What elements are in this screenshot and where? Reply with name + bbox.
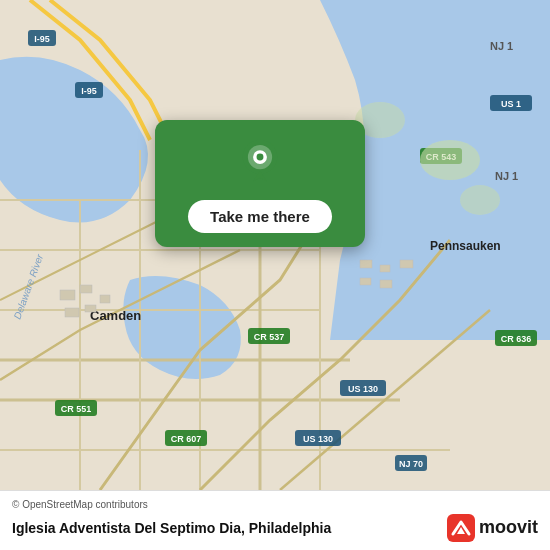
moovit-logo: moovit (447, 514, 538, 542)
svg-text:I-95: I-95 (34, 34, 50, 44)
svg-text:CR 537: CR 537 (254, 332, 285, 342)
svg-point-49 (420, 140, 480, 180)
popup-card: Take me there (155, 120, 365, 247)
svg-rect-48 (380, 280, 392, 288)
svg-text:NJ 70: NJ 70 (399, 459, 423, 469)
svg-rect-46 (400, 260, 413, 268)
svg-text:Pennsauken: Pennsauken (430, 239, 501, 253)
svg-text:NJ 1: NJ 1 (495, 170, 518, 182)
svg-text:I-95: I-95 (81, 86, 97, 96)
moovit-text: moovit (479, 517, 538, 538)
svg-rect-40 (80, 285, 92, 293)
location-pin-icon (234, 138, 286, 190)
svg-rect-39 (60, 290, 75, 300)
take-me-there-button[interactable]: Take me there (188, 200, 332, 233)
place-name: Iglesia Adventista Del Septimo Dia, Phil… (12, 520, 331, 536)
svg-text:CR 551: CR 551 (61, 404, 92, 414)
svg-text:Camden: Camden (90, 308, 141, 323)
svg-text:US 130: US 130 (303, 434, 333, 444)
svg-text:US 1: US 1 (501, 99, 521, 109)
map-container[interactable]: I-95 I-95 CR 543 US 1 CR 537 (0, 0, 550, 490)
svg-rect-45 (380, 265, 390, 272)
svg-point-50 (460, 185, 500, 215)
svg-rect-41 (100, 295, 110, 303)
svg-rect-44 (360, 260, 372, 268)
place-info: Iglesia Adventista Del Septimo Dia, Phil… (12, 514, 538, 542)
svg-rect-42 (65, 308, 79, 317)
svg-point-55 (257, 154, 264, 161)
svg-rect-47 (360, 278, 371, 285)
svg-text:CR 607: CR 607 (171, 434, 202, 444)
svg-text:US 130: US 130 (348, 384, 378, 394)
svg-text:CR 636: CR 636 (501, 334, 532, 344)
svg-text:NJ 1: NJ 1 (490, 40, 513, 52)
bottom-bar: © OpenStreetMap contributors Iglesia Adv… (0, 490, 550, 550)
moovit-logo-icon (447, 514, 475, 542)
svg-rect-43 (85, 305, 96, 312)
map-attribution: © OpenStreetMap contributors (12, 499, 148, 510)
